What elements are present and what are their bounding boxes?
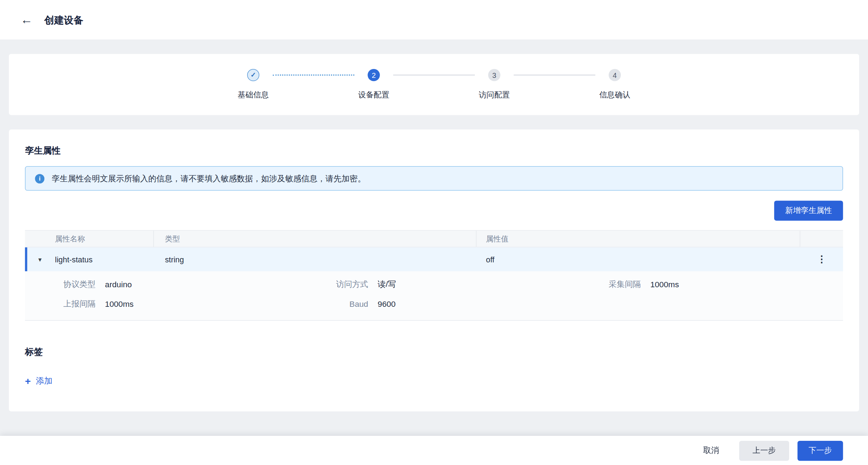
step-4-label: 信息确认 [599, 90, 630, 100]
step-3-label: 访问配置 [479, 90, 510, 100]
step-confirm-info: 4 信息确认 [595, 69, 634, 100]
detail-value: arduino [105, 280, 132, 289]
attribute-value: off [477, 255, 801, 264]
plus-icon: + [25, 376, 31, 386]
detail-label: 访问方式 [298, 279, 368, 290]
add-tag-label: 添加 [36, 376, 53, 386]
step-connector-2 [393, 75, 475, 76]
step-4-number: 4 [609, 69, 621, 81]
step-access-config: 3 访问配置 [475, 69, 514, 100]
step-basic-info: ✓ 基础信息 [234, 69, 272, 100]
add-tag-link[interactable]: + 添加 [25, 376, 52, 386]
detail-label: 协议类型 [25, 279, 96, 290]
step-1-check-icon: ✓ [247, 69, 259, 81]
detail-value: 1000ms [650, 280, 679, 289]
alert-text: 孪生属性会明文展示所输入的信息，请不要填入敏感数据，如涉及敏感信息，请先加密。 [51, 173, 365, 184]
collapse-caret-icon[interactable]: ▼ [37, 256, 43, 262]
twin-attributes-alert: i 孪生属性会明文展示所输入的信息，请不要填入敏感数据，如涉及敏感信息，请先加密… [25, 166, 843, 191]
add-twin-button-row: 新增孪生属性 [25, 201, 843, 220]
column-header-actions [800, 231, 843, 247]
column-header-name: 属性名称 [25, 231, 154, 247]
row-name-cell: ▼ light-status [27, 255, 154, 264]
detail-label: Baud [298, 299, 368, 308]
back-arrow-icon[interactable]: ← [21, 14, 33, 26]
footer-bar: 取消 上一步 下一步 [0, 436, 868, 465]
detail-report-interval: 上报间隔 1000ms [25, 299, 298, 309]
attribute-name: light-status [55, 255, 93, 264]
twin-attributes-title: 孪生属性 [25, 145, 843, 157]
add-twin-attribute-button[interactable]: 新增孪生属性 [774, 201, 843, 220]
detail-protocol-type: 协议类型 arduino [25, 279, 298, 290]
row-expanded-details: 协议类型 arduino 访问方式 读/写 采集间隔 1000ms 上报间隔 1… [25, 271, 843, 321]
table-header-row: 属性名称 类型 属性值 [25, 230, 843, 247]
next-step-button[interactable]: 下一步 [797, 440, 843, 460]
device-config-card: 孪生属性 i 孪生属性会明文展示所输入的信息，请不要填入敏感数据，如涉及敏感信息… [9, 129, 859, 411]
step-connector-1 [273, 75, 354, 76]
step-device-config: 2 设备配置 [354, 69, 393, 100]
steps-card: ✓ 基础信息 2 设备配置 3 访问配置 4 信息确认 [9, 54, 859, 115]
step-wizard: ✓ 基础信息 2 设备配置 3 访问配置 4 信息确认 [234, 69, 634, 100]
previous-step-button[interactable]: 上一步 [739, 440, 789, 460]
detail-access-mode: 访问方式 读/写 [298, 279, 570, 290]
step-connector-3 [514, 75, 595, 76]
detail-value: 9600 [378, 299, 395, 308]
detail-label: 上报间隔 [25, 299, 96, 309]
detail-label: 采集间隔 [570, 279, 641, 290]
detail-value: 读/写 [378, 279, 396, 290]
create-device-page: ← 创建设备 ✓ 基础信息 2 设备配置 3 访问配置 4 信息确认 [0, 0, 868, 465]
detail-collect-interval: 采集间隔 1000ms [570, 279, 843, 290]
row-actions-cell: ⋮ [800, 255, 843, 264]
attribute-type: string [154, 255, 477, 264]
kebab-menu-icon[interactable]: ⋮ [817, 255, 826, 264]
top-bar: ← 创建设备 [0, 0, 868, 39]
detail-empty [570, 299, 843, 309]
column-header-value: 属性值 [477, 231, 801, 247]
detail-baud: Baud 9600 [298, 299, 570, 309]
page-title: 创建设备 [44, 13, 83, 27]
cancel-button[interactable]: 取消 [703, 445, 719, 456]
step-3-number: 3 [488, 69, 500, 81]
table-row[interactable]: ▼ light-status string off ⋮ [25, 247, 843, 271]
tags-title: 标签 [25, 346, 843, 358]
info-icon: i [35, 174, 45, 183]
twin-attributes-table: 属性名称 类型 属性值 ▼ light-status string off ⋮ [25, 230, 843, 321]
step-1-label: 基础信息 [238, 90, 269, 100]
column-header-type: 类型 [154, 231, 477, 247]
step-2-label: 设备配置 [358, 90, 390, 100]
detail-value: 1000ms [105, 299, 134, 308]
detail-grid: 协议类型 arduino 访问方式 读/写 采集间隔 1000ms 上报间隔 1… [25, 279, 843, 309]
step-2-number: 2 [368, 69, 380, 81]
